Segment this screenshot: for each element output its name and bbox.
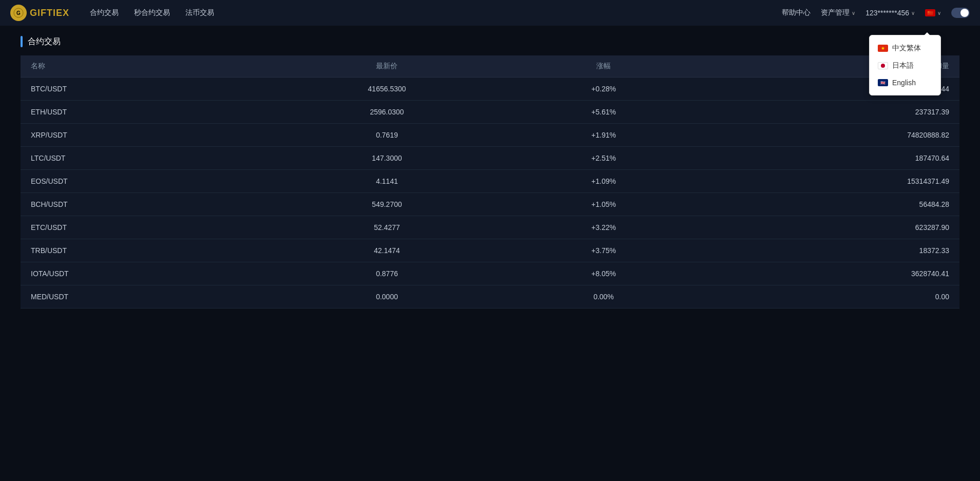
lang-chevron: ∨: [937, 10, 941, 16]
cell-change: +1.05%: [510, 193, 698, 216]
cell-name: BCH/USDT: [21, 193, 265, 216]
lang-option-en[interactable]: 🇬🇧 English: [870, 74, 940, 91]
table-row[interactable]: LTC/USDT147.3000+2.51%187470.64: [21, 147, 959, 170]
col-header-name: 名称: [21, 55, 265, 78]
cell-price: 147.3000: [265, 147, 509, 170]
nav-right: 帮助中心 资产管理 ∨ 123*******456 ∨ 🇨🇳 ∨ ★ 中文繁体: [782, 8, 970, 18]
user-label: 123*******456: [865, 9, 909, 17]
cell-change: +2.51%: [510, 147, 698, 170]
cell-name: EOS/USDT: [21, 170, 265, 193]
table-row[interactable]: ETC/USDT52.4277+3.22%623287.90: [21, 216, 959, 239]
cell-price: 0.8776: [265, 262, 509, 285]
cell-price: 4.1141: [265, 170, 509, 193]
cell-volume: 56484.28: [698, 193, 959, 216]
help-center-link[interactable]: 帮助中心: [782, 8, 811, 17]
cell-change: +3.75%: [510, 239, 698, 262]
section-title-text: 合约交易: [28, 36, 61, 47]
cell-name: BTC/USDT: [21, 78, 265, 101]
nav-link-contract[interactable]: 合约交易: [90, 6, 119, 20]
cell-name: TRB/USDT: [21, 239, 265, 262]
current-flag-icon: 🇨🇳: [925, 9, 935, 16]
title-bar-accent: [21, 36, 23, 47]
table-row[interactable]: ETH/USDT2596.0300+5.61%237317.39: [21, 101, 959, 124]
cell-volume: 15314371.49: [698, 170, 959, 193]
language-selector[interactable]: 🇨🇳 ∨ ★ 中文繁体 日本語 🇬🇧 English: [925, 9, 941, 16]
cell-name: ETC/USDT: [21, 216, 265, 239]
cell-name: LTC/USDT: [21, 147, 265, 170]
navbar: G GIFTIEX 合约交易 秒合约交易 法币交易 帮助中心 资产管理 ∨ 12…: [0, 0, 980, 26]
cell-volume: 18372.33: [698, 239, 959, 262]
cell-change: +8.05%: [510, 262, 698, 285]
cell-volume: 187470.64: [698, 147, 959, 170]
cell-price: 549.2700: [265, 193, 509, 216]
table-row[interactable]: EOS/USDT4.1141+1.09%15314371.49: [21, 170, 959, 193]
nav-link-quick[interactable]: 秒合约交易: [134, 6, 170, 20]
cell-volume: 0.00: [698, 285, 959, 309]
cell-price: 42.1474: [265, 239, 509, 262]
section-title: 合约交易: [21, 36, 959, 47]
nav-links: 合约交易 秒合约交易 法币交易: [90, 6, 782, 20]
col-header-price: 最新价: [265, 55, 509, 78]
cell-name: ETH/USDT: [21, 101, 265, 124]
main-content: 合约交易 名称 最新价 涨幅 24H量 BTC/USDT41656.5300+0…: [0, 26, 980, 319]
cell-price: 52.4277: [265, 216, 509, 239]
cell-change: +1.91%: [510, 124, 698, 147]
table-body: BTC/USDT41656.5300+0.28%11872.44ETH/USDT…: [21, 78, 959, 309]
table-header-row: 名称 最新价 涨幅 24H量: [21, 55, 959, 78]
lang-ja-label: 日本語: [892, 61, 914, 70]
table-row[interactable]: MED/USDT0.00000.00%0.00: [21, 285, 959, 309]
col-header-change: 涨幅: [510, 55, 698, 78]
svg-text:G: G: [16, 10, 21, 16]
cell-volume: 237317.39: [698, 101, 959, 124]
logo-text: GIFTIEX: [30, 8, 69, 18]
cell-volume: 623287.90: [698, 216, 959, 239]
table-row[interactable]: BCH/USDT549.2700+1.05%56484.28: [21, 193, 959, 216]
theme-toggle[interactable]: [951, 8, 970, 18]
lang-option-ja[interactable]: 日本語: [870, 57, 940, 74]
assets-chevron: ∨: [852, 10, 855, 16]
cell-change: +1.09%: [510, 170, 698, 193]
flag-jp-icon: [878, 62, 888, 69]
table-row[interactable]: XRP/USDT0.7619+1.91%74820888.82: [21, 124, 959, 147]
flag-uk-icon: 🇬🇧: [878, 79, 888, 86]
cell-name: MED/USDT: [21, 285, 265, 309]
table-row[interactable]: IOTA/USDT0.8776+8.05%3628740.41: [21, 262, 959, 285]
cell-price: 0.0000: [265, 285, 509, 309]
lang-option-zh-tw[interactable]: ★ 中文繁体: [870, 40, 940, 57]
cell-change: +0.28%: [510, 78, 698, 101]
cell-price: 2596.0300: [265, 101, 509, 124]
cell-volume: 3628740.41: [698, 262, 959, 285]
lang-en-label: English: [892, 79, 916, 87]
logo-icon: G: [10, 5, 27, 21]
assets-menu[interactable]: 资产管理 ∨: [821, 8, 855, 17]
toggle-knob: [960, 9, 969, 17]
cell-volume: 74820888.82: [698, 124, 959, 147]
table-row[interactable]: BTC/USDT41656.5300+0.28%11872.44: [21, 78, 959, 101]
user-chevron: ∨: [911, 10, 915, 16]
cell-change: +3.22%: [510, 216, 698, 239]
table-header: 名称 最新价 涨幅 24H量: [21, 55, 959, 78]
market-table: 名称 最新价 涨幅 24H量 BTC/USDT41656.5300+0.28%1…: [21, 55, 959, 309]
language-dropdown: ★ 中文繁体 日本語 🇬🇧 English: [869, 35, 941, 95]
cell-price: 41656.5300: [265, 78, 509, 101]
cell-name: IOTA/USDT: [21, 262, 265, 285]
flag-cn-icon: ★: [878, 45, 888, 52]
cell-change: +5.61%: [510, 101, 698, 124]
cell-price: 0.7619: [265, 124, 509, 147]
nav-link-fiat[interactable]: 法币交易: [185, 6, 214, 20]
lang-zh-tw-label: 中文繁体: [892, 44, 921, 53]
table-row[interactable]: TRB/USDT42.1474+3.75%18372.33: [21, 239, 959, 262]
cell-name: XRP/USDT: [21, 124, 265, 147]
cell-change: 0.00%: [510, 285, 698, 309]
logo[interactable]: G GIFTIEX: [10, 5, 69, 21]
user-menu[interactable]: 123*******456 ∨: [865, 9, 915, 17]
assets-label: 资产管理: [821, 8, 850, 17]
